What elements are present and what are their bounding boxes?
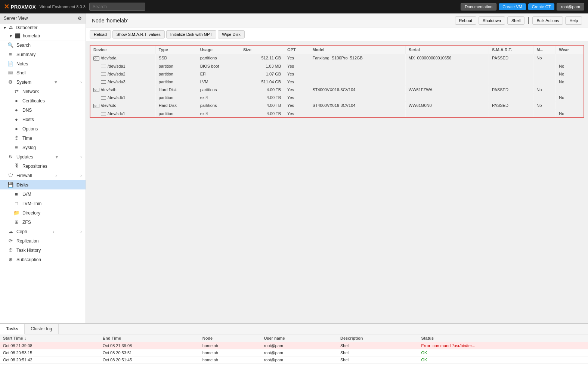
sidebar-item-repositories[interactable]: 🗄 Repositories [0, 161, 86, 171]
updates-label: Updates [16, 154, 33, 160]
summary-label: Summary [16, 52, 35, 57]
sidebar-item-firewall[interactable]: 🛡 Firewall › [0, 171, 86, 180]
sidebar-item-subscription[interactable]: ⊕ Subscription [0, 255, 86, 264]
global-search-input[interactable] [89, 3, 145, 11]
col-user-name[interactable]: User name [261, 334, 337, 342]
cell-size: 512.11 GB [240, 54, 284, 62]
sidebar-item-replication[interactable]: ⟳ Replication [0, 236, 86, 245]
datacenter-label: Datacenter [16, 25, 38, 30]
cell-start: Oct 08 20:51:42 [0, 356, 100, 364]
sidebar-item-options[interactable]: ● Options [0, 124, 86, 133]
task-row[interactable]: Oct 08 20:53:15 Oct 08 20:53:51 homelab … [0, 349, 588, 356]
sidebar-item-search[interactable]: 🔍 Search [0, 40, 86, 50]
syslog-label: Syslog [22, 145, 36, 150]
tab-tasks[interactable]: Tasks [0, 324, 25, 334]
cell-m [533, 109, 556, 118]
firewall-arrow-icon: › [55, 173, 57, 178]
repositories-icon: 🗄 [13, 163, 19, 169]
sidebar-item-shell[interactable]: ⌨ Shell [0, 68, 86, 77]
sidebar-item-ceph[interactable]: ☁ Ceph › [0, 227, 86, 236]
col-node[interactable]: Node [199, 334, 261, 342]
documentation-button[interactable]: Documentation [461, 3, 496, 10]
sidebar-item-system[interactable]: ⚙ System ▼ [0, 77, 86, 87]
logo-x-icon: ✕ [4, 3, 9, 11]
col-wear: Wear [556, 45, 584, 54]
gear-icon[interactable]: ⚙ [78, 16, 82, 21]
sidebar-item-dns[interactable]: ● DNS [0, 105, 86, 115]
cell-model [309, 109, 405, 118]
sidebar-item-homelab[interactable]: ▼ ⬛ homelab [0, 32, 86, 40]
certificates-icon: ● [13, 98, 19, 104]
col-status[interactable]: Status [418, 334, 588, 342]
cell-type: Hard Disk [155, 86, 197, 94]
shutdown-button[interactable]: Shutdown [479, 16, 505, 25]
table-row[interactable]: /dev/sdb1 partition ext4 4.00 TB Yes No [90, 94, 584, 102]
create-vm-button[interactable]: Create VM [499, 3, 526, 10]
create-ct-button[interactable]: Create CT [528, 3, 555, 10]
cell-size: 1.07 GB [240, 70, 284, 78]
init-disk-button[interactable]: Initialize Disk with GPT [166, 30, 216, 38]
sidebar-item-directory[interactable]: 📁 Directory [0, 208, 86, 217]
cell-gpt: Yes [284, 86, 309, 94]
task-row[interactable]: Oct 08 20:51:42 Oct 08 20:51:45 homelab … [0, 356, 588, 364]
cell-gpt: Yes [284, 94, 309, 102]
sidebar-item-syslog[interactable]: ≡ Syslog [0, 143, 86, 152]
sidebar-item-time[interactable]: ⏱ Time [0, 133, 86, 143]
bulk-actions-button[interactable]: Bulk Actions [532, 16, 563, 25]
tasks-header-row: Start Time ↓ End Time Node User name Des… [0, 334, 588, 342]
help-button[interactable]: Help [565, 16, 582, 25]
cell-serial [405, 70, 489, 78]
sidebar-item-updates[interactable]: ↻ Updates ▼ [0, 152, 86, 161]
cell-start: Oct 08 21:39:08 [0, 342, 100, 349]
task-row[interactable]: Oct 08 21:39:08 Oct 08 21:39:08 homelab … [0, 342, 588, 349]
sidebar-item-notes[interactable]: 📄 Notes [0, 59, 86, 68]
smart-values-button[interactable]: Show S.M.A.R.T. values [112, 30, 165, 38]
col-description[interactable]: Description [337, 334, 418, 342]
cell-desc: Shell [337, 356, 418, 364]
tasks-table: Start Time ↓ End Time Node User name Des… [0, 334, 588, 364]
content-header: Node 'homelab' Reboot Shutdown Shell Bul… [86, 13, 588, 28]
sidebar-item-zfs[interactable]: ⊞ ZFS [0, 217, 86, 227]
cell-device: /dev/sda3 [90, 78, 155, 86]
sidebar-item-disks[interactable]: 💾 Disks [0, 180, 86, 189]
table-row[interactable]: /dev/sda3 partition LVM 511.04 GB Yes No [90, 78, 584, 86]
dns-label: DNS [22, 108, 32, 113]
cell-smart: PASSED [489, 86, 533, 94]
sidebar-item-network[interactable]: ⇄ Network [0, 87, 86, 96]
sidebar-item-task-history[interactable]: ⏱ Task History [0, 245, 86, 255]
col-serial: Serial [405, 45, 489, 54]
cell-size: 4.00 TB [240, 94, 284, 102]
table-row[interactable]: /dev/sdc Hard Disk partitions 4.00 TB Ye… [90, 102, 584, 110]
sidebar-header: Server View ⚙ [0, 13, 86, 24]
system-arrow-icon: ▼ [54, 80, 58, 85]
reload-button[interactable]: Reload [90, 30, 111, 38]
shell-button[interactable]: Shell [507, 16, 524, 25]
disk-table-container: Device Type Usage Size GPT Model Serial … [86, 41, 588, 323]
tab-cluster-log[interactable]: Cluster log [25, 324, 58, 334]
table-row[interactable]: /dev/sdc1 partition ext4 4.00 TB Yes No [90, 109, 584, 118]
sidebar-item-summary[interactable]: ≡ Summary [0, 50, 86, 59]
col-start-time[interactable]: Start Time ↓ [0, 334, 100, 342]
table-row[interactable]: /dev/sda SSD partitions 512.11 GB Yes Fa… [90, 54, 584, 62]
logo: ✕ PROXMOX [4, 3, 35, 11]
sidebar-item-lvm-thin[interactable]: □ LVM-Thin [0, 199, 86, 208]
table-row[interactable]: /dev/sda1 partition BIOS boot 1.03 MB Ye… [90, 62, 584, 70]
notes-label: Notes [16, 61, 28, 67]
reboot-button[interactable]: Reboot [455, 16, 476, 25]
cell-m [533, 62, 556, 70]
sidebar-item-hosts[interactable]: ● Hosts [0, 115, 86, 124]
cell-device: /dev/sda [90, 54, 155, 62]
repositories-label: Repositories [22, 164, 47, 169]
wipe-disk-button[interactable]: Wipe Disk [218, 30, 245, 38]
header-actions: Reboot Shutdown Shell Bulk Actions Help [455, 16, 582, 25]
table-row[interactable]: /dev/sda2 partition EFI 1.07 GB Yes No [90, 70, 584, 78]
sidebar-item-certificates[interactable]: ● Certificates [0, 96, 86, 105]
sidebar-item-datacenter[interactable]: ▼ 🖧 Datacenter [0, 24, 86, 32]
sidebar: Server View ⚙ ▼ 🖧 Datacenter ▼ ⬛ homelab… [0, 13, 86, 323]
col-end-time[interactable]: End Time [100, 334, 199, 342]
table-row[interactable]: /dev/sdb Hard Disk partitions 4.00 TB Ye… [90, 86, 584, 94]
cell-usage: ext4 [197, 109, 240, 118]
sidebar-item-lvm[interactable]: ■ LVM [0, 189, 86, 199]
directory-icon: 📁 [13, 210, 19, 216]
user-menu-button[interactable]: root@pam [557, 3, 584, 10]
